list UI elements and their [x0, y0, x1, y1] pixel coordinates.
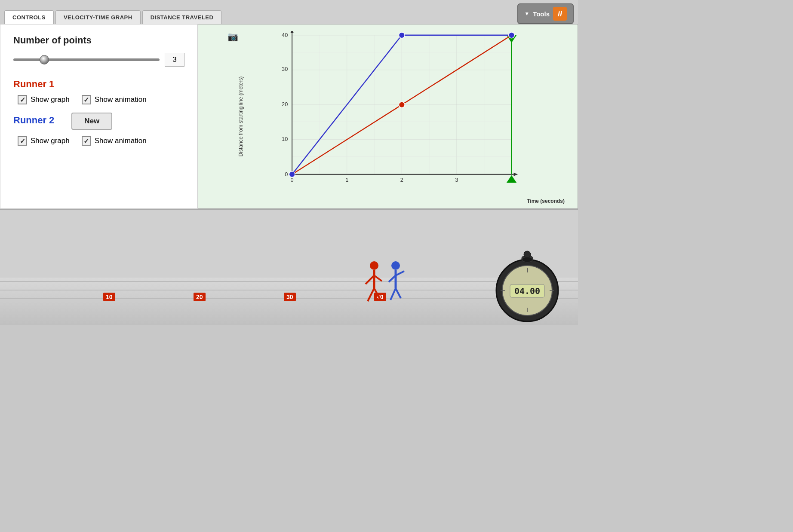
new-button[interactable]: New — [71, 113, 112, 130]
marker-30: 30 — [284, 293, 296, 301]
runner2-show-animation-item[interactable]: Show animation — [82, 136, 147, 146]
tab-controls[interactable]: CONTROLS — [4, 10, 54, 24]
runner2-show-animation-checkbox[interactable] — [82, 136, 91, 146]
animation-section: 10 20 30 40 — [0, 209, 578, 325]
svg-text:2: 2 — [400, 177, 403, 183]
tools-label: Tools — [533, 10, 550, 18]
svg-text:40: 40 — [282, 32, 288, 38]
svg-point-39 — [509, 32, 515, 38]
runner1-label: Runner 1 — [13, 79, 184, 90]
svg-point-40 — [370, 261, 378, 270]
svg-point-34 — [399, 102, 405, 108]
svg-line-49 — [396, 271, 404, 275]
svg-text:30: 30 — [282, 66, 288, 72]
runner2-show-graph-checkbox[interactable] — [18, 136, 27, 146]
runner2-label: Runner 2 — [13, 115, 54, 126]
runner1-show-animation-label: Show animation — [95, 95, 147, 104]
runner2-section: Runner 2 New Show graph Show animation — [13, 111, 184, 146]
top-section: Number of points 3 Runner 1 Show graph — [0, 24, 578, 209]
slider-thumb[interactable] — [40, 55, 49, 64]
marker-20-label: 20 — [194, 293, 206, 301]
marker-10: 10 — [103, 293, 115, 301]
svg-line-51 — [396, 288, 401, 298]
slider-row: 3 — [13, 53, 184, 67]
graph-panel: 📷 Distance from starting line (meters) T… — [198, 24, 578, 209]
svg-text:1: 1 — [345, 177, 348, 183]
svg-point-63 — [522, 257, 532, 262]
tools-brand-icon: il — [553, 7, 567, 21]
svg-point-38 — [399, 32, 405, 38]
svg-text:10: 10 — [282, 136, 288, 142]
runner1-show-animation-checkbox[interactable] — [82, 95, 91, 104]
tools-arrow-icon: ▼ — [524, 11, 529, 17]
svg-text:3: 3 — [455, 177, 458, 183]
svg-marker-32 — [507, 175, 517, 183]
svg-line-43 — [374, 275, 382, 281]
runner2-checkbox-row: Show graph Show animation — [13, 136, 184, 146]
svg-marker-20 — [290, 31, 294, 33]
runner2-show-graph-item[interactable]: Show graph — [18, 136, 70, 146]
svg-marker-19 — [513, 173, 518, 176]
svg-line-44 — [368, 288, 374, 301]
svg-line-45 — [374, 288, 380, 299]
slider-track — [13, 58, 160, 61]
svg-text:0: 0 — [291, 177, 294, 183]
runner1-show-graph-label: Show graph — [31, 95, 70, 104]
tab-velocity-time-graph[interactable]: VELOCITY-TIME GRAPH — [55, 10, 141, 24]
num-points-label: Number of points — [13, 35, 184, 46]
runner2-figure — [383, 260, 409, 308]
stopwatch: 04.00 — [490, 243, 565, 323]
points-slider-container — [13, 55, 160, 65]
tabs-bar: CONTROLS VELOCITY-TIME GRAPH DISTANCE TR… — [0, 0, 578, 24]
svg-text:0: 0 — [285, 171, 288, 177]
marker-20: 20 — [194, 293, 206, 301]
graph-x-axis-label: Time (seconds) — [527, 198, 565, 204]
runner2-show-animation-label: Show animation — [95, 137, 147, 145]
tab-distance-traveled[interactable]: DISTANCE TRAVELED — [142, 10, 222, 24]
marker-10-label: 10 — [103, 293, 115, 301]
svg-point-46 — [391, 261, 400, 270]
runner1-show-graph-checkbox[interactable] — [18, 95, 27, 104]
runner2-header: Runner 2 New — [13, 111, 184, 131]
graph-svg: 0 10 20 30 40 0 1 2 3 — [226, 31, 569, 191]
main-area: Number of points 3 Runner 1 Show graph — [0, 24, 578, 325]
svg-line-50 — [390, 288, 396, 300]
marker-30-label: 30 — [284, 293, 296, 301]
timer-display: 04.00 — [514, 286, 540, 296]
svg-line-42 — [366, 275, 374, 284]
tools-button[interactable]: ▼ Tools il — [517, 3, 574, 24]
svg-text:20: 20 — [282, 101, 288, 107]
slider-value: 3 — [165, 53, 184, 67]
runner1-show-animation-item[interactable]: Show animation — [82, 95, 147, 104]
runner2-show-graph-label: Show graph — [31, 137, 70, 145]
runner1-checkbox-row: Show graph Show animation — [13, 95, 184, 104]
runner1-show-graph-item[interactable]: Show graph — [18, 95, 70, 104]
controls-panel: Number of points 3 Runner 1 Show graph — [0, 24, 198, 209]
